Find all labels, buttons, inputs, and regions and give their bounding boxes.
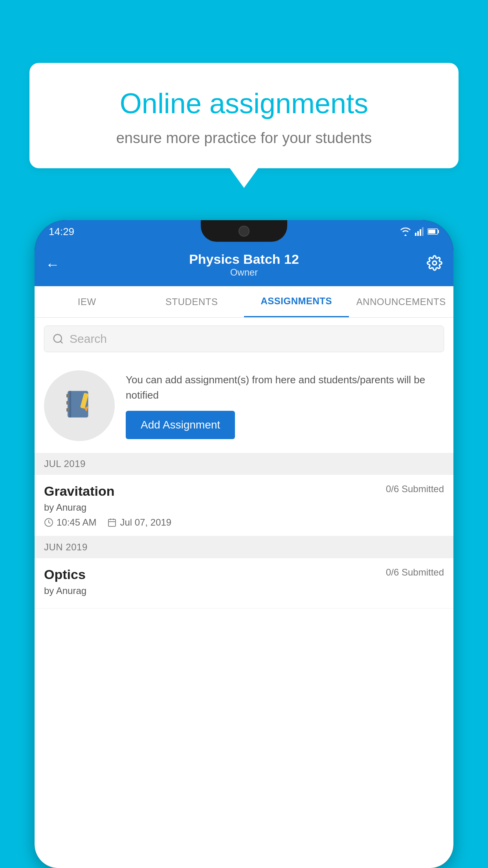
svg-point-7 xyxy=(433,261,437,265)
assignment-item-gravitation[interactable]: Gravitation 0/6 Submitted by Anurag 10:4… xyxy=(35,475,453,536)
assignment-meta-gravitation: 10:45 AM Jul 07, 2019 xyxy=(44,517,444,528)
promo-section: You can add assignment(s) from here and … xyxy=(35,359,453,453)
assignment-submitted-optics: 0/6 Submitted xyxy=(386,567,444,578)
svg-rect-0 xyxy=(415,233,416,236)
svg-rect-2 xyxy=(420,229,421,236)
svg-point-8 xyxy=(54,335,62,342)
assignment-item-optics[interactable]: Optics 0/6 Submitted by Anurag xyxy=(35,558,453,609)
phone-camera xyxy=(238,226,250,237)
tab-assignments[interactable]: ASSIGNMENTS xyxy=(244,286,349,317)
wifi-icon xyxy=(400,227,411,236)
assignment-submitted-gravitation: 0/6 Submitted xyxy=(386,484,444,495)
meta-date-gravitation: Jul 07, 2019 xyxy=(107,517,171,528)
assignment-header-row-optics: Optics 0/6 Submitted xyxy=(44,567,444,582)
section-header-jun2019: JUN 2019 xyxy=(35,536,453,558)
calendar-icon xyxy=(107,518,117,527)
speech-bubble: Online assignments ensure more practice … xyxy=(29,63,459,168)
add-assignment-button[interactable]: Add Assignment xyxy=(126,411,235,439)
search-icon xyxy=(52,333,64,345)
app-header: ← Physics Batch 12 Owner xyxy=(35,243,453,286)
search-container: Search xyxy=(35,318,453,359)
assignment-by-gravitation: by Anurag xyxy=(44,502,444,513)
signal-icon xyxy=(415,227,424,236)
battery-icon xyxy=(427,228,439,235)
tab-iew[interactable]: IEW xyxy=(35,286,139,317)
svg-rect-3 xyxy=(422,227,424,236)
svg-rect-5 xyxy=(438,230,439,233)
assignment-header-row: Gravitation 0/6 Submitted xyxy=(44,484,444,499)
assignment-name-optics: Optics xyxy=(44,567,86,582)
tabs-bar: IEW STUDENTS ASSIGNMENTS ANNOUNCEMENTS xyxy=(35,286,453,318)
svg-line-9 xyxy=(61,341,62,343)
svg-rect-6 xyxy=(428,230,435,234)
speech-bubble-title: Online assignments xyxy=(57,86,431,120)
assignment-date-gravitation: Jul 07, 2019 xyxy=(120,517,171,528)
header-title: Physics Batch 12 xyxy=(189,252,299,267)
speech-bubble-arrow xyxy=(230,168,258,188)
tab-announcements[interactable]: ANNOUNCEMENTS xyxy=(349,286,454,317)
promo-text: You can add assignment(s) from here and … xyxy=(126,372,444,403)
svg-rect-1 xyxy=(417,231,419,236)
search-placeholder: Search xyxy=(70,332,107,346)
status-icons xyxy=(400,227,439,236)
search-bar[interactable]: Search xyxy=(44,326,444,352)
svg-rect-18 xyxy=(108,519,116,526)
tab-students[interactable]: STUDENTS xyxy=(139,286,244,317)
settings-button[interactable] xyxy=(427,255,442,274)
promo-icon-circle xyxy=(44,370,115,441)
meta-time-gravitation: 10:45 AM xyxy=(44,517,96,528)
assignment-time-gravitation: 10:45 AM xyxy=(57,517,96,528)
svg-rect-11 xyxy=(70,391,72,418)
svg-rect-14 xyxy=(66,408,70,412)
notebook-icon xyxy=(62,388,97,423)
back-button[interactable]: ← xyxy=(46,256,60,273)
header-subtitle: Owner xyxy=(189,267,299,278)
section-header-jul2019: JUL 2019 xyxy=(35,453,453,475)
clock-icon xyxy=(44,518,53,527)
svg-rect-13 xyxy=(66,401,70,405)
assignment-by-optics: by Anurag xyxy=(44,585,444,596)
speech-bubble-container: Online assignments ensure more practice … xyxy=(29,63,459,188)
promo-text-container: You can add assignment(s) from here and … xyxy=(126,372,444,439)
speech-bubble-subtitle: ensure more practice for your students xyxy=(57,130,431,147)
assignment-name-gravitation: Gravitation xyxy=(44,484,114,499)
status-time: 14:29 xyxy=(49,226,74,238)
content-area: Search You can add assignment(s) xyxy=(35,318,453,868)
phone-frame: 14:29 ← Phys xyxy=(35,220,453,868)
svg-rect-12 xyxy=(66,394,70,397)
phone-notch xyxy=(201,220,287,242)
header-title-container: Physics Batch 12 Owner xyxy=(189,252,299,278)
